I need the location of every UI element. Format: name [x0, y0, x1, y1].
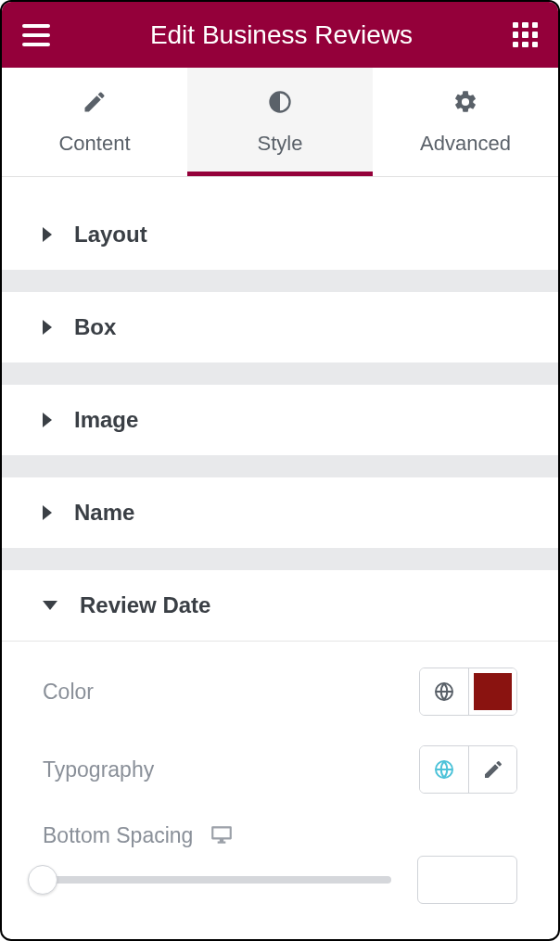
- menu-icon[interactable]: [22, 24, 50, 46]
- chevron-right-icon: [43, 227, 52, 242]
- section-review-date-title: Review Date: [80, 592, 210, 618]
- global-color-button[interactable]: [420, 668, 468, 715]
- tab-style-label: Style: [258, 132, 303, 156]
- chevron-right-icon: [43, 413, 52, 427]
- color-control-group: [419, 668, 517, 716]
- section-review-date[interactable]: Review Date: [2, 570, 558, 641]
- tab-content[interactable]: Content: [2, 68, 187, 176]
- header-title: Edit Business Reviews: [50, 20, 513, 50]
- typography-control-row: Typography: [43, 745, 517, 794]
- apps-icon[interactable]: [513, 22, 538, 47]
- editor-header: Edit Business Reviews: [2, 2, 558, 68]
- color-swatch: [474, 673, 512, 710]
- chevron-right-icon: [43, 505, 52, 520]
- tabs: Content Style Advanced: [2, 68, 558, 177]
- chevron-down-icon: [43, 601, 57, 610]
- tab-style[interactable]: Style: [187, 68, 373, 176]
- tab-advanced-label: Advanced: [420, 132, 511, 156]
- color-picker-button[interactable]: [468, 668, 516, 715]
- section-image[interactable]: Image: [2, 385, 558, 455]
- color-control-row: Color: [43, 668, 517, 716]
- section-name[interactable]: Name: [2, 477, 558, 548]
- bottom-spacing-slider-row: [43, 856, 517, 904]
- bottom-spacing-input[interactable]: [417, 856, 517, 904]
- contrast-icon: [267, 89, 293, 121]
- gear-icon: [452, 89, 478, 121]
- sections-container: Layout Box Image Name Review Date Color: [2, 199, 558, 930]
- pencil-icon: [82, 89, 108, 121]
- section-box-title: Box: [74, 314, 116, 340]
- section-review-date-body: Color Typography: [2, 641, 558, 930]
- section-layout[interactable]: Layout: [2, 199, 558, 270]
- bottom-spacing-control: Bottom Spacing: [43, 823, 517, 904]
- tab-content-label: Content: [58, 132, 130, 156]
- section-name-title: Name: [74, 500, 134, 526]
- section-box[interactable]: Box: [2, 292, 558, 362]
- slider-track[interactable]: [43, 876, 391, 884]
- tab-advanced[interactable]: Advanced: [373, 68, 558, 176]
- typography-label: Typography: [43, 757, 154, 782]
- edit-typography-button[interactable]: [468, 746, 516, 793]
- global-typography-button[interactable]: [420, 746, 468, 793]
- typography-control-group: [419, 745, 517, 794]
- chevron-right-icon: [43, 320, 52, 335]
- section-layout-title: Layout: [74, 222, 147, 248]
- slider-thumb[interactable]: [28, 865, 57, 895]
- color-label: Color: [43, 680, 94, 705]
- section-image-title: Image: [74, 407, 138, 433]
- desktop-icon[interactable]: [210, 824, 234, 848]
- bottom-spacing-label: Bottom Spacing: [43, 823, 193, 848]
